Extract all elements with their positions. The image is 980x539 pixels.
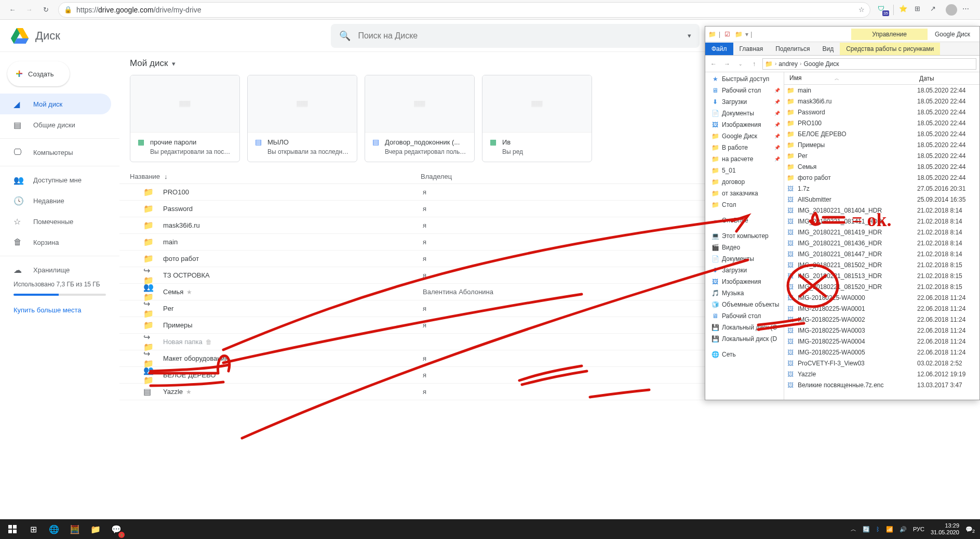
- ex-file-row-2[interactable]: 📁Password18.05.2020 22:44: [784, 107, 979, 117]
- ex-file-row-9[interactable]: 🖼1.7z27.05.2016 20:31: [784, 183, 979, 194]
- ex-back-button[interactable]: ←: [708, 60, 719, 68]
- sidebar-item-5[interactable]: ☆Помеченные: [0, 211, 111, 232]
- ex-file-row-19[interactable]: 🖼IMG-20180225-WA000022.06.2018 11:24: [784, 292, 979, 303]
- ex-file-row-21[interactable]: 🖼IMG-20180225-WA000222.06.2018 11:24: [784, 314, 979, 325]
- ex-file-row-3[interactable]: 📁PRO10018.05.2020 22:44: [784, 117, 979, 128]
- tree-item-10[interactable]: 📁от заказчика: [705, 188, 784, 199]
- tray-bluetooth-icon[interactable]: ᛒ: [876, 526, 880, 532]
- create-button[interactable]: + Создать: [7, 61, 70, 86]
- ex-up-button[interactable]: ↑: [749, 60, 759, 68]
- forward-button[interactable]: →: [21, 2, 37, 18]
- search-box[interactable]: 🔍 ▾: [331, 24, 700, 48]
- ex-file-row-18[interactable]: 🖼IMG_20180221_081520_HDR21.02.2018 8:15: [784, 281, 979, 292]
- sidebar-item-3[interactable]: 👥Доступные мне: [0, 169, 111, 190]
- tree-item-15[interactable]: 💻Этот компьютер: [705, 230, 784, 242]
- suggestion-card-1[interactable]: ▒▒▒ ▤МЫЛО Вы открывали за последний ...: [247, 75, 357, 162]
- tree-item-22[interactable]: 🖥Рабочий стол: [705, 310, 784, 322]
- ex-col-name[interactable]: Имя ︿: [784, 74, 914, 82]
- ex-file-row-20[interactable]: 🖼IMG-20180225-WA000122.06.2018 11:24: [784, 303, 979, 314]
- menu-dots-icon[interactable]: ⋯: [962, 5, 973, 15]
- ex-file-row-8[interactable]: 📁фото работ18.05.2020 22:44: [784, 172, 979, 183]
- suggestion-card-0[interactable]: ▒▒▒ ▦прочие пароли Вы редактировали за п…: [130, 75, 240, 162]
- ex-file-row-26[interactable]: 🖼Yazzle12.06.2012 19:19: [784, 369, 979, 379]
- tree-item-18[interactable]: ⬇Загрузки: [705, 265, 784, 276]
- ribbon-tab-0[interactable]: Файл: [705, 43, 733, 55]
- search-options-icon[interactable]: ▾: [688, 32, 691, 40]
- ribbon-tab-3[interactable]: Вид: [816, 43, 840, 55]
- tree-item-6[interactable]: 📁В работе📌: [705, 142, 784, 153]
- tree-item-21[interactable]: 🧊Объемные объекты: [705, 299, 784, 310]
- tree-item-8[interactable]: 📁5_01: [705, 165, 784, 176]
- ex-file-row-12[interactable]: 🖼IMG_20180221_081411_HDR21.02.2018 8:14: [784, 216, 979, 227]
- tree-item-1[interactable]: 🖥Рабочий стол📌: [705, 85, 784, 96]
- drive-logo-icon[interactable]: [9, 25, 30, 46]
- bookmark-star-icon[interactable]: ☆: [858, 6, 865, 14]
- breadcrumb[interactable]: Мой диск: [130, 58, 168, 69]
- tree-item-19[interactable]: 🖼Изображения: [705, 276, 784, 287]
- suggestion-card-2[interactable]: ▒▒▒ ▤Договор_подоконник (... Вчера редак…: [365, 75, 475, 162]
- tray-clock[interactable]: 13:29 31.05.2020: [931, 522, 959, 536]
- ex-file-row-10[interactable]: 🖼AllSubmitter25.09.2014 16:35: [784, 194, 979, 205]
- breadcrumb-dropdown-icon[interactable]: ▾: [172, 60, 176, 68]
- ex-file-row-14[interactable]: 🖼IMG_20180221_081436_HDR21.02.2018 8:14: [784, 238, 979, 248]
- start-button[interactable]: [2, 519, 23, 539]
- tree-item-23[interactable]: 💾Локальный диск (C: [705, 322, 784, 333]
- favorites-icon[interactable]: ⭐: [899, 5, 909, 15]
- reload-button[interactable]: ↻: [37, 2, 54, 18]
- ex-history-dropdown[interactable]: ⌄: [735, 61, 746, 67]
- ex-file-row-22[interactable]: 🖼IMG-20180225-WA000322.06.2018 11:24: [784, 325, 979, 336]
- tree-item-24[interactable]: 💾Локальный диск (D: [705, 333, 784, 345]
- ex-forward-button[interactable]: →: [722, 60, 732, 68]
- ex-file-row-23[interactable]: 🖼IMG-20180225-WA000422.06.2018 11:24: [784, 336, 979, 347]
- ex-col-date[interactable]: Даты: [914, 75, 979, 82]
- search-input[interactable]: [358, 31, 688, 41]
- profile-avatar[interactable]: [946, 4, 957, 16]
- tree-item-20[interactable]: 🎵Музыка: [705, 287, 784, 299]
- tree-item-5[interactable]: 📁Google Диск📌: [705, 130, 784, 142]
- sidebar-item-4[interactable]: 🕓Недавние: [0, 190, 111, 211]
- ex-file-row-7[interactable]: 📁Семья18.05.2020 22:44: [784, 161, 979, 172]
- extension-tabs-icon[interactable]: 🛡35: [878, 5, 888, 15]
- ex-file-row-17[interactable]: 🖼IMG_20180221_081513_HDR21.02.2018 8:15: [784, 270, 979, 281]
- tree-item-11[interactable]: 📁Стол: [705, 199, 784, 211]
- share-icon[interactable]: ↗: [930, 5, 941, 15]
- tree-item-4[interactable]: 🖼Изображения📌: [705, 119, 784, 130]
- sidebar-item-1[interactable]: ▤Общие диски: [0, 114, 111, 135]
- suggestion-card-3[interactable]: ▒▒▒ ▦Ив Вы ред: [482, 75, 592, 162]
- task-view-button[interactable]: ⊞: [23, 519, 44, 539]
- ex-file-row-24[interactable]: 🖼IMG-20180225-WA000522.06.2018 11:24: [784, 347, 979, 358]
- whatsapp-taskbar-icon[interactable]: 💬3: [106, 519, 127, 539]
- ex-file-row-13[interactable]: 🖼IMG_20180221_081419_HDR21.02.2018 8:14: [784, 227, 979, 238]
- sidebar-item-2[interactable]: 🖵Компьютеры: [0, 142, 111, 163]
- qat-folder-icon[interactable]: 📁: [734, 30, 743, 39]
- tree-item-7[interactable]: 📁на расчете📌: [705, 153, 784, 165]
- ex-file-row-0[interactable]: 📁main18.05.2020 22:44: [784, 85, 979, 96]
- ribbon-tab-1[interactable]: Главная: [733, 43, 770, 55]
- back-button[interactable]: ←: [4, 2, 21, 18]
- ribbon-tab-4[interactable]: Средства работы с рисунками: [840, 43, 940, 55]
- tree-item-3[interactable]: 📄Документы📌: [705, 108, 784, 119]
- ex-file-row-4[interactable]: 📁БЕЛОЕ ДЕРЕВО18.05.2020 22:44: [784, 128, 979, 139]
- address-bar[interactable]: 🔒 https://drive.google.com/drive/my-driv…: [58, 2, 870, 18]
- tray-sound-icon[interactable]: 🔊: [900, 526, 907, 533]
- column-owner[interactable]: Владелец: [421, 173, 525, 180]
- ex-file-row-25[interactable]: 🖼ProCVETY-FI-3_View0303.02.2018 2:52: [784, 358, 979, 369]
- tray-hidden-icons[interactable]: ︿: [851, 525, 856, 533]
- storage-nav[interactable]: ☁ Хранилище: [0, 259, 111, 280]
- ex-file-row-1[interactable]: 📁mask36i6.ru18.05.2020 22:44: [784, 96, 979, 107]
- tray-notifications[interactable]: 💬2: [965, 526, 973, 533]
- sidebar-item-6[interactable]: 🗑Корзина: [0, 232, 111, 253]
- tree-item-13[interactable]: ☁OneDrive: [705, 215, 784, 226]
- column-name[interactable]: Название↓: [130, 173, 421, 180]
- buy-storage-link[interactable]: Купить больше места: [0, 301, 119, 319]
- ex-file-row-15[interactable]: 🖼IMG_20180221_081447_HDR21.02.2018 8:14: [784, 248, 979, 259]
- ex-path-bar[interactable]: 📁 › andrey › Google Диск: [762, 58, 976, 70]
- ex-file-row-27[interactable]: 🖼Великие посвященные.7z.enc13.03.2017 3:…: [784, 379, 979, 390]
- qat-check-icon[interactable]: ☑: [722, 30, 732, 39]
- tray-sync-icon[interactable]: 🔄: [863, 526, 870, 533]
- explorer-taskbar-icon[interactable]: 📁: [85, 519, 106, 539]
- tray-wifi-icon[interactable]: 📶: [886, 526, 893, 533]
- ribbon-manage-tab[interactable]: Управление: [851, 29, 928, 40]
- sidebar-item-0[interactable]: ◢Мой диск: [0, 94, 111, 114]
- tray-language[interactable]: РУС: [913, 526, 924, 532]
